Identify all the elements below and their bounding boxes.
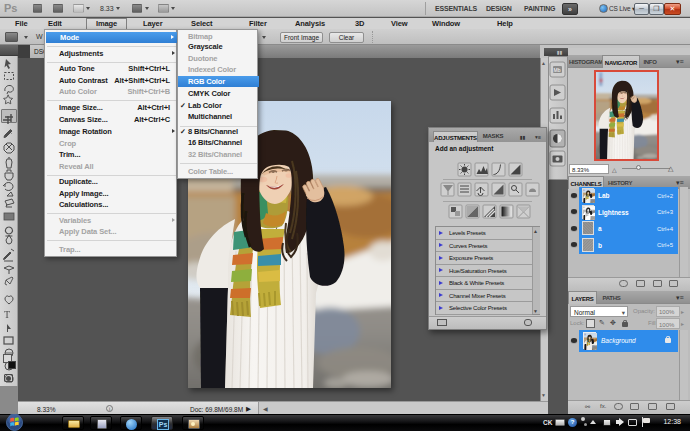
svg-text:T: T <box>4 309 10 320</box>
svg-text:Mb: Mb <box>554 67 561 73</box>
